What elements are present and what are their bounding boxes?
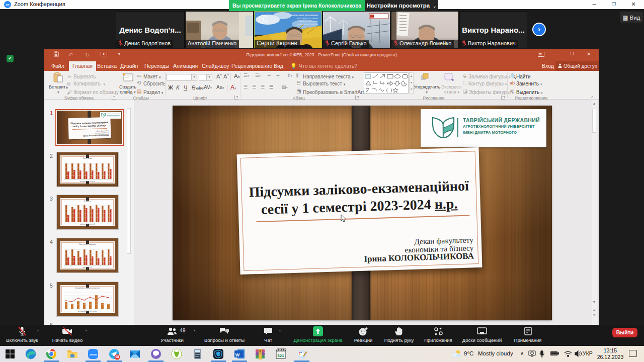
svg-text:■ середній бал — лінія тренду: ■ середній бал — лінія тренду — [78, 310, 97, 312]
svg-text:УНІВЕРСИТЕТ ІМЕНІ: УНІВЕРСИТЕТ ІМЕНІ — [299, 21, 318, 23]
svg-text:Успішність: Успішність — [84, 200, 92, 202]
svg-text:W: W — [235, 352, 240, 357]
svg-text:АГРОТЕХНОЛОГІЧНИЙ: АГРОТЕХНОЛОГІЧНИЙ — [297, 18, 318, 20]
svg-text:321: 321 — [277, 353, 284, 358]
svg-text:ДМИТРА МОТОРНОГО: ДМИТРА МОТОРНОГО — [297, 24, 318, 26]
svg-text:98: 98 — [115, 355, 119, 358]
svg-text:Якість знань здобувачів: Якість знань здобувачів — [79, 243, 96, 245]
svg-text:Якість знань: Якість знань — [83, 157, 92, 159]
svg-text:абсолютна успішність, %: абсолютна успішність, % — [80, 223, 96, 225]
svg-text:zoom: zoom — [90, 353, 97, 356]
svg-text:Середній бал за результатами с: Середній бал за результатами сесії — [75, 287, 100, 289]
svg-text:якість знань, %: якість знань, % — [83, 266, 93, 268]
svg-text:■ заг.успішність ■ якість: ■ заг.успішність ■ якість — [80, 180, 95, 183]
svg-text:ТАВРІЙСЬКИЙ ДЕРЖАВНИЙ: ТАВРІЙСЬКИЙ ДЕРЖАВНИЙ — [290, 14, 318, 17]
